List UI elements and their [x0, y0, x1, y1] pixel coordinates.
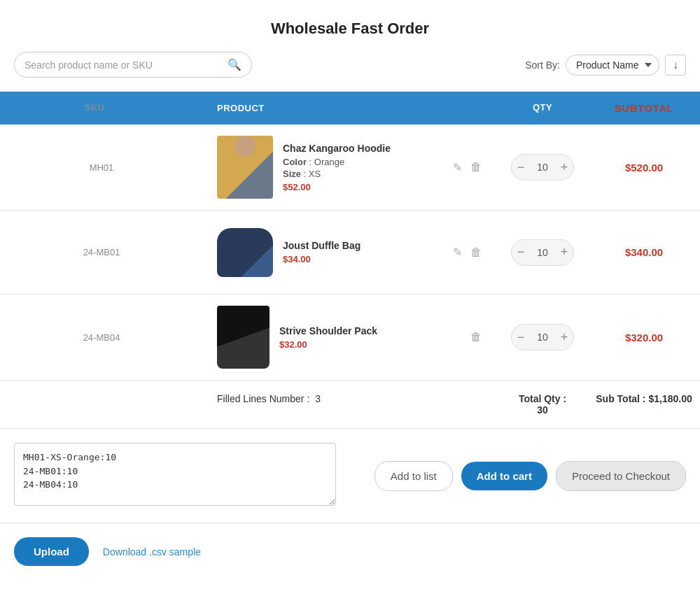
- row1-product-col: Chaz Kangaroo Hoodie Color : Orange Size…: [203, 125, 497, 210]
- row3-product-image: [217, 306, 270, 369]
- add-to-cart-button[interactable]: Add to cart: [461, 462, 547, 490]
- table-row: MH01 Chaz Kangaroo Hoodie Color : Orange…: [0, 125, 700, 211]
- action-bar: MH01-XS-Orange:10 24-MB01:10 24-MB04:10 …: [0, 429, 700, 523]
- row2-sku: 24-MB01: [0, 236, 203, 269]
- proceed-to-checkout-button[interactable]: Proceed to Checkout: [556, 461, 686, 491]
- row1-qty-control: − +: [511, 154, 574, 180]
- row2-qty-input[interactable]: [530, 247, 555, 258]
- filled-lines: Filled Lines Number : 3: [203, 393, 497, 416]
- row1-edit-button[interactable]: ✎: [451, 159, 463, 176]
- row3-qty-control: − +: [511, 324, 574, 350]
- row3-subtotal: $320.00: [588, 320, 700, 355]
- row1-size: Size : XS: [283, 169, 446, 179]
- table-header: SKU PRODUCT QTY SUBTOTAL: [0, 92, 700, 125]
- row2-qty-increase[interactable]: +: [555, 240, 573, 265]
- row2-product-name: Joust Duffle Bag: [283, 240, 446, 251]
- upload-button[interactable]: Upload: [14, 537, 89, 566]
- row1-qty-col: − +: [497, 143, 588, 192]
- row3-product-col: Strive Shoulder Pack $32.00 🗑: [203, 295, 497, 380]
- row3-qty-input[interactable]: [530, 332, 555, 343]
- row2-qty-control: − +: [511, 239, 574, 266]
- search-icon: 🔍: [227, 58, 241, 71]
- row2-qty-decrease[interactable]: −: [512, 240, 530, 265]
- row1-color: Color : Orange: [283, 157, 446, 167]
- row3-qty-increase[interactable]: +: [555, 325, 573, 350]
- sub-total: Sub Total : $1,180.00: [588, 393, 700, 416]
- bottom-bar: Upload Download .csv sample: [0, 523, 700, 580]
- sort-direction-button[interactable]: ↓: [665, 55, 686, 76]
- summary-row: Filled Lines Number : 3 Total Qty : 30 S…: [0, 381, 700, 429]
- action-buttons: Add to list Add to cart Proceed to Check…: [374, 461, 686, 491]
- row2-subtotal: $340.00: [588, 235, 700, 269]
- row2-qty-col: − +: [497, 228, 588, 277]
- row1-delete-button[interactable]: 🗑: [469, 159, 483, 176]
- search-input[interactable]: [24, 59, 223, 71]
- total-qty: Total Qty : 30: [497, 393, 588, 416]
- row3-sku: 24-MB04: [0, 321, 203, 354]
- sort-label: Sort By:: [525, 59, 560, 71]
- row1-subtotal: $520.00: [588, 150, 700, 185]
- row1-product-name: Chaz Kangaroo Hoodie: [283, 143, 446, 154]
- row3-qty-col: − +: [497, 313, 588, 362]
- sort-select[interactable]: Product Name SKU Price Qty: [566, 55, 659, 76]
- row2-product-col: Joust Duffle Bag $34.00 ✎ 🗑: [203, 217, 497, 288]
- download-csv-link[interactable]: Download .csv sample: [103, 546, 201, 558]
- textarea-wrap: MH01-XS-Orange:10 24-MB01:10 24-MB04:10: [14, 443, 336, 509]
- page-title: Wholesale Fast Order: [0, 0, 700, 52]
- row3-product-name: Strive Shoulder Pack: [279, 325, 463, 336]
- row3-delete-button[interactable]: 🗑: [469, 329, 483, 345]
- row1-qty-decrease[interactable]: −: [512, 155, 530, 180]
- table-row: 24-MB04 Strive Shoulder Pack $32.00 🗑 − …: [0, 295, 700, 381]
- search-box: 🔍: [14, 52, 252, 78]
- header-product: PRODUCT: [203, 102, 497, 114]
- row2-price: $34.00: [283, 254, 446, 264]
- row2-edit-button[interactable]: ✎: [451, 244, 463, 260]
- row1-qty-input[interactable]: [530, 162, 555, 173]
- sort-area: Sort By: Product Name SKU Price Qty ↓: [525, 55, 686, 76]
- row1-price: $52.00: [283, 182, 446, 192]
- toolbar: 🔍 Sort By: Product Name SKU Price Qty ↓: [0, 52, 700, 92]
- row2-product-image: [217, 228, 273, 277]
- header-qty: QTY: [497, 102, 588, 114]
- row2-delete-button[interactable]: 🗑: [469, 244, 483, 260]
- header-subtotal: SUBTOTAL: [588, 102, 700, 114]
- order-textarea[interactable]: MH01-XS-Orange:10 24-MB01:10 24-MB04:10: [14, 443, 336, 506]
- row3-qty-decrease[interactable]: −: [512, 325, 530, 350]
- header-sku: SKU: [0, 102, 203, 114]
- row1-qty-increase[interactable]: +: [555, 155, 573, 180]
- row1-product-image: [217, 136, 273, 199]
- table-row: 24-MB01 Joust Duffle Bag $34.00 ✎ 🗑 − + …: [0, 211, 700, 295]
- add-to-list-button[interactable]: Add to list: [374, 461, 453, 491]
- row1-sku: MH01: [0, 151, 203, 184]
- row3-price: $32.00: [279, 339, 463, 350]
